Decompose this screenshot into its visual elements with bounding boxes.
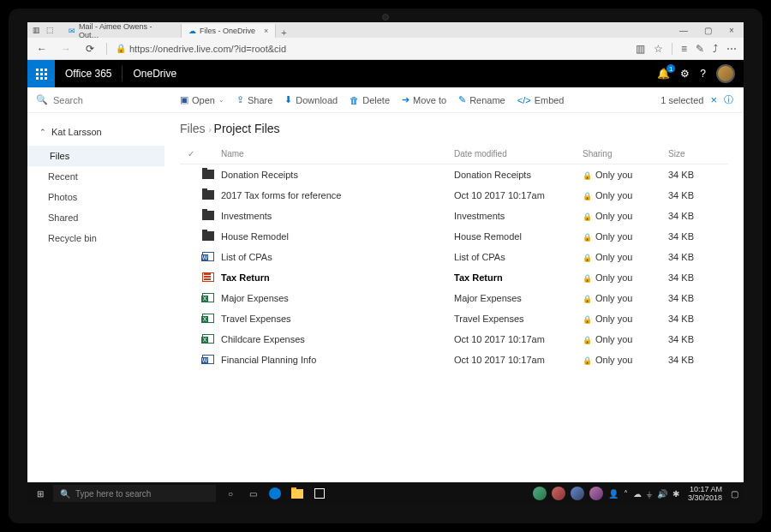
delete-button[interactable]: 🗑Delete [350, 95, 390, 105]
file-sharing: 🔒Only you [583, 252, 668, 262]
ease-tray-icon[interactable]: ✱ [672, 489, 679, 499]
new-tab-button[interactable]: + [276, 27, 291, 38]
people-avatar[interactable] [552, 487, 565, 500]
forward-button[interactable]: → [58, 43, 74, 55]
file-name[interactable]: Financial Planning Info [221, 355, 454, 365]
file-row[interactable]: Financial Planning InfoOct 10 2017 10:17… [180, 350, 728, 370]
lock-icon: 🔒 [583, 274, 592, 283]
people-avatar[interactable] [533, 487, 547, 500]
store-taskbar-icon[interactable] [312, 486, 327, 501]
col-sharing[interactable]: Sharing [583, 149, 668, 158]
xls-icon [202, 293, 214, 302]
file-row[interactable]: House RemodelHouse Remodel🔒Only you34 KB [180, 226, 728, 247]
share-browser-icon[interactable]: ⤴ [713, 43, 718, 55]
favorite-icon[interactable]: ☆ [654, 43, 663, 55]
people-avatar[interactable] [589, 487, 603, 500]
file-name[interactable]: Investments [221, 211, 454, 221]
app-name[interactable]: OneDrive [123, 68, 187, 80]
notifications-button[interactable]: 🔔 1 [657, 68, 670, 80]
sidebar-item-recycle-bin[interactable]: Recycle bin [27, 228, 164, 248]
refresh-button[interactable]: ⟳ [82, 43, 98, 55]
file-name[interactable]: 2017 Tax forms for reference [221, 190, 454, 200]
tray-chevron-icon[interactable]: ˄ [624, 489, 628, 499]
file-name[interactable]: Childcare Expenses [221, 334, 454, 344]
open-button[interactable]: ▣Open ⌄ [180, 94, 224, 105]
file-name[interactable]: List of CPAs [221, 252, 454, 262]
col-size[interactable]: Size [668, 149, 728, 158]
file-list-header: ✓ Name Date modified Sharing Size [180, 144, 728, 164]
file-row[interactable]: Donation ReceiptsDonation Receipts🔒Only … [180, 164, 728, 185]
back-button[interactable]: ← [34, 43, 50, 55]
people-bar-icon[interactable]: 👤 [608, 489, 619, 499]
reading-view-icon[interactable]: ▥ [636, 43, 645, 55]
file-date: Oct 10 2017 10:17am [454, 190, 583, 200]
minimize-button[interactable]: — [672, 26, 696, 35]
task-view-icon[interactable]: ▭ [245, 486, 260, 501]
browser-tab-mail[interactable]: ✉ Mail - Aimee Owens - Out… [62, 24, 182, 38]
sidebar-item-photos[interactable]: Photos [27, 187, 164, 207]
embed-button[interactable]: </>Embed [517, 95, 565, 105]
taskbar-search[interactable]: 🔍 Type here to search [53, 485, 216, 502]
network-tray-icon[interactable]: ⏚ [647, 489, 652, 499]
file-row[interactable]: Major ExpensesMajor Expenses🔒Only you34 … [180, 288, 728, 308]
suite-brand[interactable]: Office 365 [55, 66, 123, 81]
file-size: 34 KB [668, 231, 728, 242]
taskbar-clock[interactable]: 10:17 AM 3/30/2018 [684, 485, 726, 502]
close-tab-icon[interactable]: × [264, 27, 268, 35]
file-name[interactable]: House Remodel [221, 231, 454, 242]
sidebar-item-shared[interactable]: Shared [27, 207, 164, 228]
sidebar-item-files[interactable]: Files [27, 146, 164, 166]
sidebar-user[interactable]: ⌃ Kat Larsson [27, 123, 164, 146]
close-window-button[interactable]: × [720, 26, 744, 35]
col-name[interactable]: Name [221, 149, 454, 158]
file-row[interactable]: Childcare ExpensesOct 10 2017 10:17am🔒On… [180, 329, 728, 350]
action-center-icon[interactable]: ▢ [731, 489, 738, 499]
breadcrumb-root[interactable]: Files [180, 122, 206, 135]
sidebar-item-recent[interactable]: Recent [27, 166, 164, 187]
breadcrumb: Files › Project Files [180, 122, 728, 135]
volume-tray-icon[interactable]: 🔊 [657, 489, 667, 499]
win-tab-icon2[interactable]: ⬚ [46, 26, 55, 34]
moveto-button[interactable]: ➔Move to [402, 94, 446, 105]
edge-taskbar-icon[interactable] [267, 486, 283, 501]
file-row[interactable]: List of CPAsList of CPAs🔒Only you34 KB [180, 247, 728, 267]
file-date: Tax Return [454, 272, 583, 283]
download-button[interactable]: ⬇Download [284, 94, 338, 105]
maximize-button[interactable]: ▢ [696, 26, 720, 35]
user-avatar[interactable] [716, 64, 735, 83]
search-input[interactable] [53, 95, 139, 105]
people-avatar[interactable] [571, 487, 584, 500]
share-button[interactable]: ⇪Share [236, 94, 272, 105]
details-pane-button[interactable]: ⓘ [724, 93, 733, 106]
rename-button[interactable]: ✎Rename [458, 94, 505, 105]
file-sharing: 🔒Only you [583, 272, 668, 283]
help-button[interactable]: ? [700, 68, 706, 80]
more-icon[interactable]: ⋯ [726, 43, 737, 55]
search-box[interactable]: 🔍 [27, 94, 164, 105]
chevron-down-icon: ⌄ [218, 96, 224, 104]
onedrive-tray-icon[interactable]: ☁ [633, 489, 642, 499]
file-row[interactable]: Tax ReturnTax Return🔒Only you34 KB [180, 267, 728, 288]
app-launcher[interactable] [27, 60, 55, 87]
col-date[interactable]: Date modified [454, 149, 583, 158]
clear-selection-button[interactable]: × [710, 93, 717, 106]
select-all-checkbox[interactable]: ✓ [180, 149, 202, 158]
win-tab-icon[interactable]: ▥ [33, 26, 41, 34]
file-row[interactable]: Travel ExpensesTravel Expenses🔒Only you3… [180, 308, 728, 329]
browser-tab-onedrive[interactable]: ☁ Files - OneDrive × [182, 24, 276, 38]
file-name[interactable]: Travel Expenses [221, 314, 454, 324]
file-name[interactable]: Tax Return [221, 272, 454, 283]
explorer-taskbar-icon[interactable] [290, 486, 305, 501]
file-name[interactable]: Major Expenses [221, 293, 454, 303]
hub-icon[interactable]: ≡ [681, 43, 687, 55]
folder-icon [202, 170, 214, 179]
folder-icon [202, 211, 214, 220]
settings-button[interactable]: ⚙ [680, 68, 690, 80]
url-field[interactable]: 🔒 https://onedrive.live.com/?id=root&cid [116, 44, 627, 54]
file-row[interactable]: 2017 Tax forms for referenceOct 10 2017 … [180, 185, 728, 206]
notes-icon[interactable]: ✎ [696, 43, 704, 55]
cortana-icon[interactable]: ○ [223, 486, 238, 501]
file-row[interactable]: InvestmentsInvestments🔒Only you34 KB [180, 206, 728, 226]
start-button[interactable]: ⊞ [27, 489, 53, 499]
file-name[interactable]: Donation Receipts [221, 170, 454, 180]
